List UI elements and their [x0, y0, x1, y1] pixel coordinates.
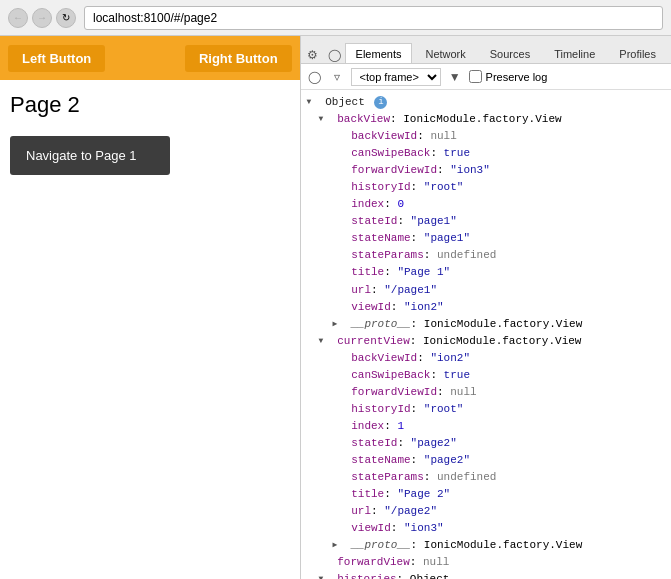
can-swipe-back-2-row: canSwipeBack: true [307, 367, 667, 384]
histories-row: histories: Object [307, 571, 667, 579]
page-content: Page 2 Navigate to Page 1 [0, 80, 300, 579]
back-button[interactable]: ← [8, 8, 28, 28]
state-params-2-key: stateParams [351, 471, 424, 483]
tab-sources[interactable]: Sources [479, 43, 541, 63]
frame-dropdown-icon[interactable]: ▼ [447, 69, 463, 85]
devtools-mobile-icon[interactable]: ◯ [327, 47, 343, 63]
tab-network[interactable]: Network [414, 43, 476, 63]
can-swipe-back-key: canSwipeBack [351, 147, 430, 159]
proto-1-row: __proto__: IonicModule.factory.View [307, 316, 667, 333]
left-button[interactable]: Left Button [8, 45, 105, 72]
app-toolbar: Left Button Right Button [0, 36, 300, 80]
proto-1-toggle[interactable] [333, 318, 345, 330]
object-label: Object [325, 96, 371, 108]
info-badge: i [374, 96, 387, 109]
stop-icon[interactable]: ◯ [307, 69, 323, 85]
state-name-1-key: stateName [351, 232, 410, 244]
main-container: Left Button Right Button Page 2 Navigate… [0, 36, 671, 579]
back-view-id-2-key: backViewId [351, 352, 417, 364]
url-1-row: url: "/page1" [307, 282, 667, 299]
tab-profiles[interactable]: Profiles [608, 43, 667, 63]
view-id-1-row: viewId: "ion2" [307, 299, 667, 316]
histories-key: histories [337, 573, 396, 579]
right-button[interactable]: Right Button [185, 45, 292, 72]
back-view-toggle[interactable] [319, 113, 331, 125]
navigate-button[interactable]: Navigate to Page 1 [10, 136, 170, 175]
view-id-2-row: viewId: "ion3" [307, 520, 667, 537]
can-swipe-back-row: canSwipeBack: true [307, 145, 667, 162]
view-id-2-key: viewId [351, 522, 391, 534]
devtools-tabs: ⚙ ◯ Elements Network Sources Timeline Pr… [301, 36, 671, 64]
back-view-id-row: backViewId: null [307, 128, 667, 145]
state-id-2-key: stateId [351, 437, 397, 449]
history-id-1-row: historyId: "root" [307, 179, 667, 196]
nav-buttons: ← → ↻ [8, 8, 76, 28]
state-name-2-key: stateName [351, 454, 410, 466]
title-1-key: title [351, 266, 384, 278]
reload-button[interactable]: ↻ [56, 8, 76, 28]
state-params-1-row: stateParams: undefined [307, 247, 667, 264]
app-panel: Left Button Right Button Page 2 Navigate… [0, 36, 301, 579]
current-view-toggle[interactable] [319, 335, 331, 347]
state-id-1-key: stateId [351, 215, 397, 227]
can-swipe-back-2-key: canSwipeBack [351, 369, 430, 381]
proto-2-toggle[interactable] [333, 539, 345, 551]
state-id-2-row: stateId: "page2" [307, 435, 667, 452]
url-text: localhost:8100/#/page2 [93, 11, 217, 25]
address-bar[interactable]: localhost:8100/#/page2 [84, 6, 663, 30]
forward-view-id-1-key: forwardViewId [351, 164, 437, 176]
history-id-2-key: historyId [351, 403, 410, 415]
devtools-panel: ⚙ ◯ Elements Network Sources Timeline Pr… [301, 36, 671, 579]
index-1-row: index: 0 [307, 196, 667, 213]
forward-view-row: forwardView: null [307, 554, 667, 571]
tab-timeline[interactable]: Timeline [543, 43, 606, 63]
index-1-key: index [351, 198, 384, 210]
back-view-id-2-row: backViewId: "ion2" [307, 350, 667, 367]
proto-2-label: __proto__ [351, 539, 410, 551]
back-view-id-key: backViewId [351, 130, 417, 142]
forward-view-id-1-row: forwardViewId: "ion3" [307, 162, 667, 179]
filter-icon[interactable]: ▿ [329, 69, 345, 85]
back-view-row: backView: IonicModule.factory.View [307, 111, 667, 128]
proto-2-row: __proto__: IonicModule.factory.View [307, 537, 667, 554]
state-name-1-row: stateName: "page1" [307, 230, 667, 247]
current-view-key: currentView [337, 335, 410, 347]
history-id-1-key: historyId [351, 181, 410, 193]
back-view-key: backView [337, 113, 390, 125]
object-toggle[interactable] [307, 96, 319, 108]
histories-toggle[interactable] [319, 573, 331, 579]
title-1-row: title: "Page 1" [307, 264, 667, 281]
proto-1-label: __proto__ [351, 318, 410, 330]
devtools-toolbar: ◯ ▿ <top frame> ▼ Preserve log [301, 64, 671, 90]
current-view-row: currentView: IonicModule.factory.View [307, 333, 667, 350]
state-params-1-key: stateParams [351, 249, 424, 261]
url-2-row: url: "/page2" [307, 503, 667, 520]
index-2-row: index: 1 [307, 418, 667, 435]
forward-view-key: forwardView [337, 556, 410, 568]
url-2-key: url [351, 505, 371, 517]
browser-chrome: ← → ↻ localhost:8100/#/page2 [0, 0, 671, 36]
state-params-2-row: stateParams: undefined [307, 469, 667, 486]
title-2-row: title: "Page 2" [307, 486, 667, 503]
title-2-key: title [351, 488, 384, 500]
state-name-2-row: stateName: "page2" [307, 452, 667, 469]
url-1-key: url [351, 284, 371, 296]
forward-button[interactable]: → [32, 8, 52, 28]
forward-view-id-2-row: forwardViewId: null [307, 384, 667, 401]
preserve-log-container: Preserve log [469, 70, 548, 83]
devtools-settings-icon[interactable]: ⚙ [305, 47, 321, 63]
frame-select[interactable]: <top frame> [351, 68, 441, 86]
preserve-log-label: Preserve log [486, 71, 548, 83]
page-title: Page 2 [10, 92, 290, 118]
view-id-1-key: viewId [351, 301, 391, 313]
index-2-key: index [351, 420, 384, 432]
tab-elements[interactable]: Elements [345, 43, 413, 63]
state-id-1-row: stateId: "page1" [307, 213, 667, 230]
devtools-content: Object i backView: IonicModule.factory.V… [301, 90, 671, 579]
preserve-log-checkbox[interactable] [469, 70, 482, 83]
forward-view-id-2-key: forwardViewId [351, 386, 437, 398]
history-id-2-row: historyId: "root" [307, 401, 667, 418]
tree-object-root: Object i [307, 94, 667, 111]
